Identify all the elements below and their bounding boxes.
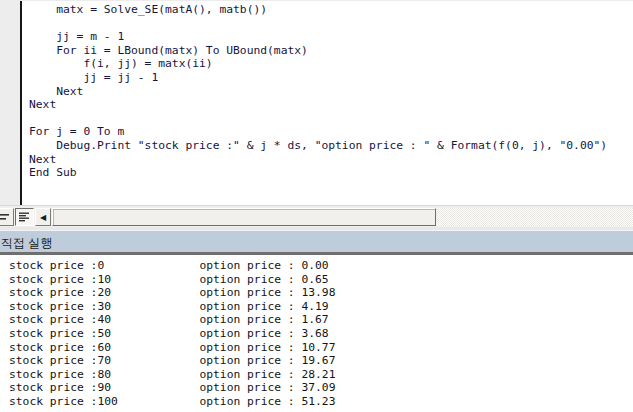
- code-editor[interactable]: matx = Solve_SE(matA(), matb()) jj = m -…: [29, 3, 633, 180]
- horizontal-scrollbar-track[interactable]: [437, 208, 633, 226]
- output-line: stock price :40 option price : 1.67: [9, 313, 335, 327]
- code-line: Next: [29, 85, 633, 99]
- code-window[interactable]: matx = Solve_SE(matA(), matb()) jj = m -…: [0, 0, 633, 206]
- full-module-view-button[interactable]: [15, 208, 34, 226]
- code-line: jj = m - 1: [29, 30, 633, 44]
- vbe-workspace: matx = Solve_SE(matA(), matb()) jj = m -…: [0, 0, 633, 412]
- code-line: Next: [29, 98, 633, 112]
- immediate-window-titlebar[interactable]: 직접 실행: [0, 230, 633, 252]
- output-line: stock price :10 option price : 0.65: [9, 273, 335, 287]
- immediate-window-title: 직접 실행: [1, 235, 52, 252]
- output-line: stock price :70 option price : 19.67: [9, 354, 335, 368]
- output-line: stock price :60 option price : 10.77: [9, 341, 335, 355]
- code-window-bottom-bar: ◀: [0, 205, 633, 228]
- code-line: For ii = LBound(matx) To UBound(matx): [29, 44, 633, 58]
- output-line: stock price :50 option price : 3.68: [9, 327, 335, 341]
- scroll-left-button[interactable]: ◀: [35, 208, 51, 226]
- output-line: stock price :20 option price : 13.98: [9, 286, 335, 300]
- scroll-left-arrow-icon: ◀: [40, 213, 46, 222]
- output-line: stock price :100 option price : 51.23: [9, 395, 335, 409]
- code-line: End Sub: [29, 166, 633, 180]
- output-line: stock price :30 option price : 4.19: [9, 300, 335, 314]
- procedure-view-button[interactable]: [0, 208, 14, 226]
- code-line: [29, 112, 633, 126]
- procedure-view-icon: [0, 213, 10, 221]
- output-line: stock price :0 option price : 0.00: [9, 259, 335, 273]
- code-line: For j = 0 To m: [29, 125, 633, 139]
- code-line: Next: [29, 153, 633, 167]
- code-margin-indicator-bar: [0, 1, 22, 206]
- code-line: jj = jj - 1: [29, 71, 633, 85]
- code-line: Debug.Print "stock price :" & j * ds, "o…: [29, 139, 633, 153]
- code-line: f(i, jj) = matx(ii): [29, 57, 633, 71]
- output-line: stock price :90 option price : 37.09: [9, 381, 335, 395]
- code-line: matx = Solve_SE(matA(), matb()): [29, 3, 633, 17]
- output-line: stock price :80 option price : 28.21: [9, 368, 335, 382]
- horizontal-scrollbar-thumb[interactable]: [52, 208, 436, 226]
- full-module-view-icon: [19, 212, 30, 222]
- immediate-window-output[interactable]: stock price :0 option price : 0.00 stock…: [0, 255, 633, 412]
- code-line: [29, 17, 633, 31]
- immediate-output-text: stock price :0 option price : 0.00 stock…: [9, 259, 335, 409]
